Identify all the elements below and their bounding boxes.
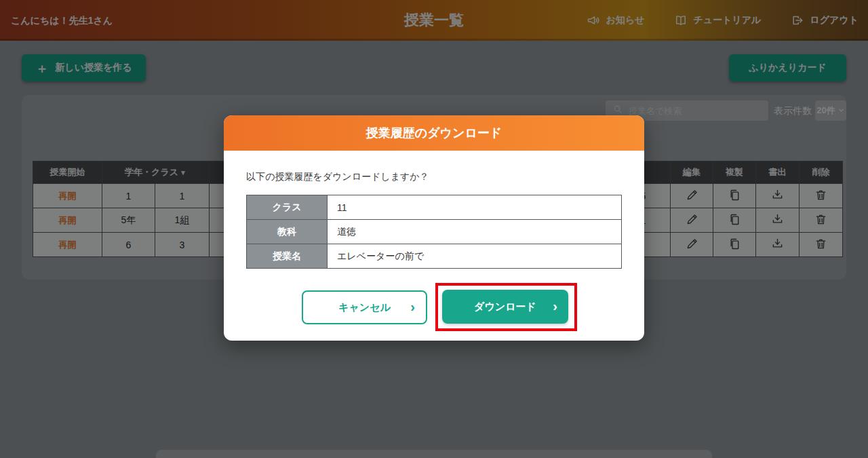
download-label: ダウンロード xyxy=(474,301,536,313)
detail-row: クラス 11 xyxy=(247,195,622,220)
download-button[interactable]: ダウンロード › xyxy=(442,290,568,324)
detail-label: 授業名 xyxy=(247,244,328,269)
chevron-right-icon: › xyxy=(553,299,557,313)
detail-value: 11 xyxy=(328,195,622,220)
detail-value: 道徳 xyxy=(328,220,622,244)
detail-label: 教科 xyxy=(247,220,328,244)
cancel-button[interactable]: キャンセル › xyxy=(302,290,427,324)
app-screen: こんにちは！先生1さん 授業一覧 お知らせ チュートリアル xyxy=(0,0,868,458)
download-history-modal: 授業履歴のダウンロード 以下の授業履歴をダウンロードしますか？ クラス 11 教… xyxy=(224,115,644,341)
detail-row: 教科 道徳 xyxy=(247,220,622,244)
detail-value: エレベーターの前で xyxy=(328,244,622,269)
modal-title: 授業履歴のダウンロード xyxy=(366,125,502,141)
detail-label: クラス xyxy=(247,195,328,220)
cancel-label: キャンセル xyxy=(338,301,391,314)
detail-row: 授業名 エレベーターの前で xyxy=(247,244,622,269)
modal-detail-table: クラス 11 教科 道徳 授業名 エレベーターの前で xyxy=(246,195,622,269)
chevron-right-icon: › xyxy=(410,300,415,313)
modal-header: 授業履歴のダウンロード xyxy=(224,115,644,151)
modal-prompt: 以下の授業履歴をダウンロードしますか？ xyxy=(246,171,429,183)
